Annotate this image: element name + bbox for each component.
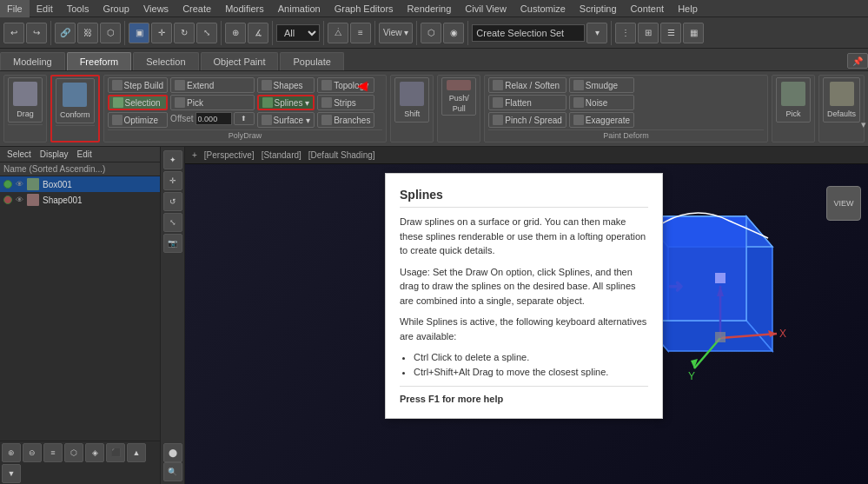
selection-set-dropdown[interactable]: ▾ (586, 23, 607, 43)
optimize-button[interactable]: Optimize (108, 112, 169, 128)
extend-button[interactable]: Extend (170, 77, 255, 93)
selection-set-input[interactable] (472, 24, 585, 42)
view-button[interactable]: View ▾ (379, 23, 413, 43)
scene-menu-select[interactable]: Select (3, 149, 35, 160)
scene-tool-6[interactable]: ⬛ (106, 443, 125, 462)
menu-civil-view[interactable]: Civil View (458, 0, 513, 17)
link-button[interactable]: 🔗 (55, 23, 76, 43)
redo-button[interactable]: ↪ (26, 23, 47, 43)
tool-scale[interactable]: ⤡ (163, 213, 182, 232)
pinch-spread-button[interactable]: Pinch / Spread (488, 112, 567, 128)
tool-move[interactable]: ✛ (163, 171, 182, 190)
strips-button[interactable]: Strips (317, 95, 374, 110)
menu-scripting[interactable]: Scripting (573, 0, 624, 17)
bind-button[interactable]: ⬡ (100, 23, 121, 43)
menu-file[interactable]: File (0, 0, 30, 17)
side-tools-strip: ✦ ✛ ↺ ⤡ 📷 ⬤ 🔍 (161, 147, 185, 484)
extra-btn1[interactable]: ⋮ (615, 23, 636, 43)
selection-button[interactable]: Selection (108, 95, 169, 110)
align-button[interactable]: ≡ (350, 23, 371, 43)
pick-large-button[interactable]: Pick (776, 77, 811, 123)
defaults-button[interactable]: Defaults (823, 77, 860, 123)
menu-graph-editors[interactable]: Graph Editors (328, 0, 401, 17)
menu-create[interactable]: Create (176, 0, 218, 17)
ribbon-group-shift: Shift (390, 75, 434, 143)
conform-button[interactable]: Conform (56, 78, 95, 123)
topology-button[interactable]: Topology (317, 77, 374, 93)
snap-button[interactable]: ⊕ (225, 23, 246, 43)
extra-btn3[interactable]: ☰ (660, 23, 681, 43)
viewport-perspective[interactable]: [Perspective] (204, 150, 255, 160)
scale-button[interactable]: ⤡ (196, 23, 217, 43)
pushpull-button[interactable]: Push/ Pull (441, 77, 476, 116)
scene-item-shape001[interactable]: 👁 Shape001 (0, 192, 160, 208)
surface-button[interactable]: Surface ▾ (257, 112, 315, 128)
unlink-button[interactable]: ⛓ (77, 23, 98, 43)
rotate-button[interactable]: ↻ (174, 23, 195, 43)
select-button[interactable]: ▣ (129, 23, 149, 43)
menu-content[interactable]: Content (624, 0, 672, 17)
tool-pan[interactable]: ⬤ (163, 443, 182, 462)
tab-freeform[interactable]: Freeform (67, 52, 132, 70)
menu-customize[interactable]: Customize (514, 0, 573, 17)
menu-animation[interactable]: Animation (271, 0, 328, 17)
tool-camera[interactable]: 📷 (163, 234, 182, 253)
pick-button[interactable]: Pick (170, 95, 255, 110)
shape001-label: Shape001 (43, 196, 83, 205)
undo-button[interactable]: ↩ (3, 23, 24, 43)
scene-tool-7[interactable]: ▲ (127, 443, 146, 462)
flatten-button[interactable]: Flatten (488, 95, 567, 110)
noise-button[interactable]: Noise (569, 95, 634, 110)
relax-soften-button[interactable]: Relax / Soften (488, 77, 567, 93)
offset-spinner[interactable]: ⬆ (234, 112, 255, 125)
menu-modifiers[interactable]: Modifiers (218, 0, 271, 17)
extra-btn2[interactable]: ⊞ (638, 23, 659, 43)
scene-tool-2[interactable]: ⊖ (23, 443, 42, 462)
menu-tools[interactable]: Tools (60, 0, 96, 17)
tab-object-paint[interactable]: Object Paint (201, 52, 279, 70)
tool-rotate[interactable]: ↺ (163, 192, 182, 211)
scene-tool-1[interactable]: ⊕ (2, 443, 21, 462)
mirror-button[interactable]: ⧊ (328, 23, 348, 43)
menu-group[interactable]: Group (96, 0, 136, 17)
angle-snap-button[interactable]: ∡ (248, 23, 268, 43)
tab-selection[interactable]: Selection (133, 52, 198, 70)
tab-modeling[interactable]: Modeling (0, 52, 65, 70)
scene-item-box001[interactable]: 👁 Box001 (0, 176, 160, 192)
branches-button[interactable]: Branches (317, 112, 374, 128)
shapes-button[interactable]: Shapes (257, 77, 315, 93)
shift-button[interactable]: Shift (394, 77, 429, 123)
scene-tool-3[interactable]: ≡ (43, 443, 63, 462)
menu-edit[interactable]: Edit (30, 0, 60, 17)
extra-btn4[interactable]: ▦ (683, 23, 704, 43)
viewport-shading[interactable]: [Default Shading] (308, 150, 375, 160)
splines-button[interactable]: Splines ▾ (257, 95, 315, 110)
smudge-button[interactable]: Smudge (569, 77, 634, 93)
ribbon-expand-button[interactable]: ▾ (861, 119, 866, 130)
conform-label (56, 125, 95, 127)
viewport-plus[interactable]: + (192, 150, 197, 160)
viewport-standard[interactable]: [Standard] (262, 150, 301, 160)
scene-tool-5[interactable]: ◈ (85, 443, 104, 462)
scene-menu-edit[interactable]: Edit (74, 149, 96, 160)
tool-zoom[interactable]: 🔍 (163, 462, 182, 481)
ribbon-group-conform: Conform (50, 75, 100, 143)
ribbon-pin-button[interactable]: 📌 (847, 53, 868, 69)
menu-views[interactable]: Views (136, 0, 176, 17)
scene-tool-8[interactable]: ▼ (2, 464, 21, 483)
offset-input[interactable] (195, 112, 232, 125)
shaded-button[interactable]: ◉ (443, 23, 464, 43)
scene-tool-4[interactable]: ⬡ (64, 443, 83, 462)
tool-select[interactable]: ✦ (163, 150, 182, 169)
step-build-button[interactable]: Step Build (108, 77, 169, 93)
wireframe-button[interactable]: ⬡ (421, 23, 441, 43)
scene-menu-display[interactable]: Display (36, 149, 72, 160)
layer-dropdown[interactable]: All (276, 24, 320, 42)
view-cube[interactable]: VIEW (826, 186, 861, 221)
menu-help[interactable]: Help (671, 0, 705, 17)
drag-button[interactable]: Drag (8, 77, 43, 123)
tab-populate[interactable]: Populate (280, 52, 343, 70)
menu-rendering[interactable]: Rendering (401, 0, 459, 17)
move-button[interactable]: ✛ (151, 23, 172, 43)
exaggerate-button[interactable]: Exaggerate (569, 112, 634, 128)
